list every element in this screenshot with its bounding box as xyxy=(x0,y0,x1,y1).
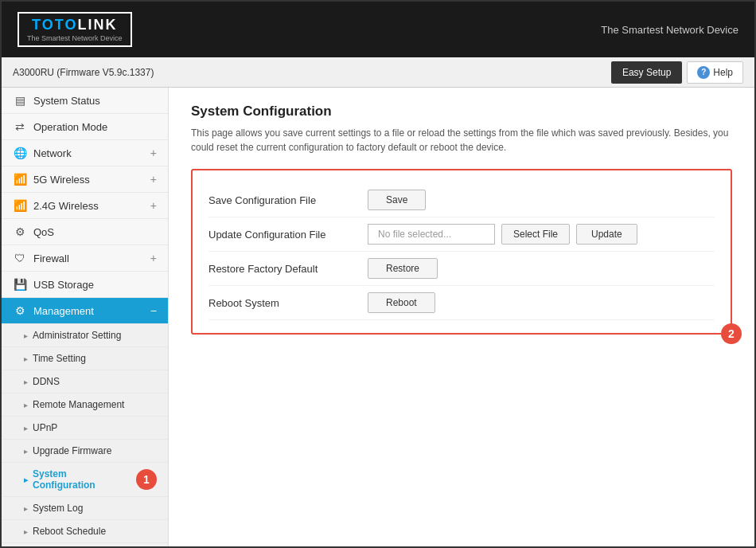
sidebar-sub-time-setting[interactable]: Time Setting xyxy=(2,347,168,370)
sidebar-item-label: System Status xyxy=(33,95,100,107)
management-icon: ⚙ xyxy=(13,304,27,317)
sidebar: ▤ System Status ⇄ Operation Mode 🌐 Netwo… xyxy=(2,88,169,546)
ddns-label: DDNS xyxy=(33,376,60,387)
time-setting-label: Time Setting xyxy=(33,353,86,364)
system-log-label: System Log xyxy=(33,503,83,514)
logo-subtitle: The Smartest Network Device xyxy=(27,34,123,42)
reboot-system-label: Reboot System xyxy=(208,297,368,309)
sidebar-sub-remote-management[interactable]: Remote Management xyxy=(2,393,168,417)
restore-button[interactable]: Restore xyxy=(368,258,438,279)
select-file-button[interactable]: Select File xyxy=(501,224,570,245)
firewall-expand-icon: + xyxy=(150,252,157,264)
5g-expand-icon: + xyxy=(150,173,157,186)
sidebar-sub-ddns[interactable]: DDNS xyxy=(2,370,168,393)
sidebar-item-label: Management xyxy=(33,305,94,317)
upnp-label: UPnP xyxy=(33,422,57,433)
sidebar-sub-admin-setting[interactable]: Administrator Setting xyxy=(2,324,168,347)
save-button[interactable]: Save xyxy=(368,190,426,210)
update-config-controls: No file selected... Select File Update xyxy=(368,224,637,245)
upgrade-firmware-label: Upgrade Firmware xyxy=(33,445,111,456)
annotation-badge-2: 2 xyxy=(721,323,742,344)
restore-default-label: Restore Factory Default xyxy=(208,263,368,275)
config-box: Save Configuration File Save Update Conf… xyxy=(191,169,732,335)
operation-mode-icon: ⇄ xyxy=(13,120,27,133)
reboot-schedule-label: Reboot Schedule xyxy=(33,526,106,537)
save-config-row: Save Configuration File Save xyxy=(208,183,715,217)
update-button[interactable]: Update xyxy=(576,224,637,245)
sidebar-sub-system-log[interactable]: System Log xyxy=(2,497,168,520)
sidebar-item-firewall[interactable]: 🛡 Firewall + xyxy=(2,245,168,272)
firewall-icon: 🛡 xyxy=(13,252,27,264)
annotation-badge-1: 1 xyxy=(136,469,157,490)
sidebar-item-system-status[interactable]: ▤ System Status xyxy=(2,88,168,114)
sidebar-item-2g-wireless[interactable]: 📶 2.4G Wireless + xyxy=(2,193,168,219)
sidebar-sub-reboot-schedule[interactable]: Reboot Schedule xyxy=(2,520,168,543)
5g-wireless-icon: 📶 xyxy=(13,173,27,186)
annotation-badge-2-container: 2 xyxy=(721,323,742,344)
network-icon: 🌐 xyxy=(13,147,27,159)
sidebar-item-label: QoS xyxy=(33,226,54,238)
sidebar-item-label: Operation Mode xyxy=(33,121,107,133)
admin-setting-label: Administrator Setting xyxy=(33,330,121,341)
header-tagline: The Smartest Network Device xyxy=(601,24,738,36)
sidebar-item-operation-mode[interactable]: ⇄ Operation Mode xyxy=(2,114,168,140)
update-config-row: Update Configuration File No file select… xyxy=(208,217,715,252)
2g-wireless-icon: 📶 xyxy=(13,199,27,212)
sidebar-item-network[interactable]: 🌐 Network + xyxy=(2,140,168,166)
2g-expand-icon: + xyxy=(150,199,157,212)
management-submenu: Administrator Setting Time Setting DDNS … xyxy=(2,324,168,546)
remote-mgmt-label: Remote Management xyxy=(33,399,124,410)
page-description: This page allows you save current settin… xyxy=(191,126,732,155)
sidebar-item-label: Network xyxy=(33,147,72,159)
toolbar-buttons: Easy Setup ? Help xyxy=(611,61,743,84)
sidebar-sub-system-configuration[interactable]: System Configuration 1 xyxy=(2,463,168,497)
toolbar: A3000RU (Firmware V5.9c.1337) Easy Setup… xyxy=(2,57,754,88)
reboot-controls: Reboot xyxy=(368,292,435,313)
qos-icon: ⚙ xyxy=(13,225,27,238)
page-title: System Configuration xyxy=(191,104,732,119)
management-expand-icon: − xyxy=(150,304,157,317)
save-config-label: Save Configuration File xyxy=(208,194,368,206)
content-area: System Configuration This page allows yo… xyxy=(169,88,754,546)
sidebar-item-usb-storage[interactable]: 💾 USB Storage xyxy=(2,272,168,298)
usb-storage-icon: 💾 xyxy=(13,278,27,291)
sidebar-item-5g-wireless[interactable]: 📶 5G Wireless + xyxy=(2,166,168,193)
logo: TOTOLINK The Smartest Network Device xyxy=(18,12,132,47)
reboot-system-row: Reboot System Reboot xyxy=(208,286,715,320)
main-layout: ▤ System Status ⇄ Operation Mode 🌐 Netwo… xyxy=(2,88,754,546)
file-placeholder-text: No file selected... xyxy=(368,224,495,245)
system-config-label: System Configuration xyxy=(33,468,131,491)
help-icon: ? xyxy=(697,66,710,79)
sidebar-item-label: Firewall xyxy=(33,252,69,264)
network-expand-icon: + xyxy=(150,147,157,159)
restore-default-row: Restore Factory Default Restore xyxy=(208,252,715,286)
sidebar-item-management[interactable]: ⚙ Management − xyxy=(2,298,168,324)
sidebar-sub-upnp[interactable]: UPnP xyxy=(2,417,168,440)
sidebar-item-label: USB Storage xyxy=(33,279,94,291)
update-config-label: Update Configuration File xyxy=(208,229,368,241)
header: TOTOLINK The Smartest Network Device The… xyxy=(2,2,754,57)
sidebar-item-label: 2.4G Wireless xyxy=(33,200,99,212)
reboot-button[interactable]: Reboot xyxy=(368,292,435,313)
sidebar-item-qos[interactable]: ⚙ QoS xyxy=(2,219,168,245)
system-status-icon: ▤ xyxy=(13,94,27,107)
restore-controls: Restore xyxy=(368,258,438,279)
sidebar-sub-upgrade-firmware[interactable]: Upgrade Firmware xyxy=(2,440,168,463)
sidebar-item-label: 5G Wireless xyxy=(33,174,90,186)
sidebar-sub-wireless-schedule[interactable]: Wireless Schedule xyxy=(2,543,168,546)
easy-setup-button[interactable]: Easy Setup xyxy=(611,61,682,84)
main-window: TOTOLINK The Smartest Network Device The… xyxy=(0,0,756,548)
logo-text: TOTOLINK xyxy=(32,17,117,33)
help-button[interactable]: ? Help xyxy=(687,61,743,84)
firmware-version: A3000RU (Firmware V5.9c.1337) xyxy=(13,67,154,78)
save-config-controls: Save xyxy=(368,190,426,210)
